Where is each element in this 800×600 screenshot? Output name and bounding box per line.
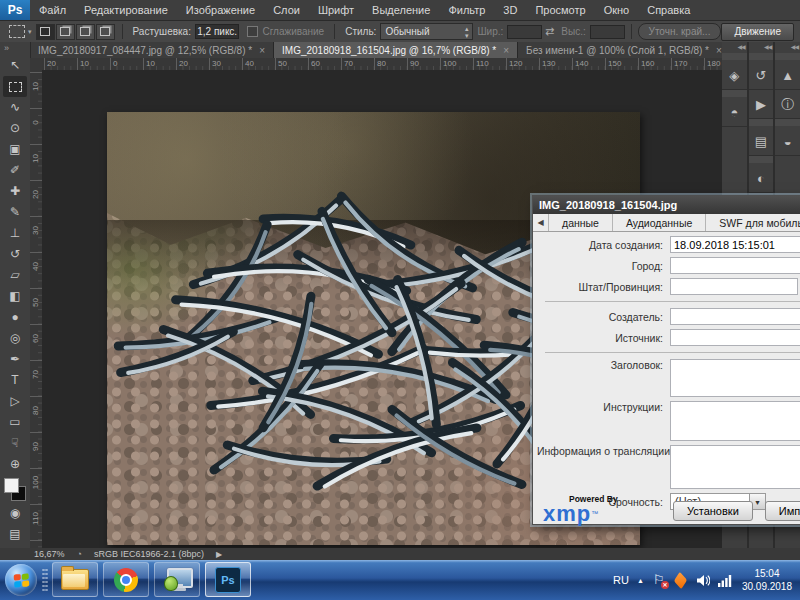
history-brush-tool[interactable]: ↺ [3, 244, 27, 265]
zoom-level[interactable]: 16,67% [34, 549, 65, 559]
dialog-tab-data[interactable]: данные [549, 214, 613, 231]
tab-close-icon[interactable]: × [503, 45, 509, 56]
start-button[interactable] [5, 564, 37, 596]
action-center-flag-icon[interactable]: ⚐ ✕ [652, 573, 666, 587]
quick-selection-tool[interactable]: ⊙ [3, 118, 27, 139]
menu-item-5[interactable]: Шрифт [309, 0, 363, 20]
rectangle-tool[interactable]: ▭ [3, 412, 27, 433]
blur-tool[interactable]: ● [3, 307, 27, 328]
hand-tool[interactable]: ☟ [3, 433, 27, 454]
height-input[interactable] [590, 25, 625, 39]
quick-mask-button[interactable]: ◉ [3, 503, 27, 524]
pen-tool[interactable]: ✒ [3, 349, 27, 370]
dodge-tool[interactable]: ◎ [3, 328, 27, 349]
info-panel-icon[interactable]: ⓘ [775, 90, 800, 119]
dock-collapse-icon[interactable]: ◀◀ [722, 42, 747, 53]
selection-mode-subtract[interactable] [76, 24, 95, 40]
layers-panel-icon[interactable]: ◈ [722, 61, 747, 90]
headline-textarea[interactable] [670, 359, 800, 397]
language-indicator[interactable]: RU [613, 574, 629, 586]
current-tool-icon[interactable] [9, 25, 25, 38]
menu-item-6[interactable]: Выделение [363, 0, 439, 20]
tool-preset-arrow-icon[interactable]: ▾ [28, 28, 32, 36]
brush-tool[interactable]: ✎ [3, 202, 27, 223]
color-panel-icon[interactable]: ◐ [749, 164, 774, 193]
selection-mode-intersect[interactable] [96, 24, 115, 40]
hruler-tick-label: 90 [410, 59, 419, 68]
zoom-tool[interactable]: ⊕ [3, 454, 27, 475]
document-tab-3[interactable]: Без имени-1 @ 100% (Слой 1, RGB/8) *× [518, 42, 731, 58]
swap-width-height-icon[interactable]: ⇄ [545, 25, 554, 38]
menu-item-9[interactable]: Просмотр [526, 0, 594, 20]
gradient-tool[interactable]: ◧ [3, 286, 27, 307]
adjustments-panel-icon[interactable]: ▲ [775, 61, 800, 90]
taskbar-explorer-button[interactable] [52, 562, 98, 597]
crop-tool[interactable]: ▣ [3, 139, 27, 160]
import-button[interactable]: Импортировать... [765, 501, 800, 521]
history-panel-icon[interactable]: ↺ [749, 61, 774, 90]
workspace-button[interactable]: Движение [721, 23, 794, 41]
volume-icon[interactable] [696, 573, 710, 587]
selection-mode-add[interactable] [56, 24, 75, 40]
eyedropper-tool[interactable]: ✐ [3, 160, 27, 181]
antivirus-icon[interactable] [674, 573, 688, 587]
3d-panel-icon[interactable]: ◓ [722, 98, 747, 127]
timeline-panel-icon[interactable]: ▤ [749, 127, 774, 156]
date-created-input[interactable] [670, 236, 800, 253]
actions-panel-icon[interactable]: ▶ [749, 90, 774, 119]
menu-item-10[interactable]: Окно [595, 0, 639, 20]
document-tab-2[interactable]: IMG_20180918_161504.jpg @ 16,7% (RGB/8) … [274, 42, 518, 58]
show-hidden-icons-icon[interactable]: ▲ [637, 577, 644, 584]
settings-button[interactable]: Установки [673, 501, 753, 521]
broadcast-info-textarea[interactable] [670, 445, 800, 489]
dialog-tab-audio[interactable]: Аудиоданные [613, 214, 706, 231]
status-menu-arrow-icon[interactable]: ▶ [216, 550, 222, 559]
selection-mode-new[interactable] [36, 24, 55, 40]
taskbar-chrome-button[interactable] [103, 562, 149, 597]
lasso-tool[interactable]: ∿ [3, 97, 27, 118]
style-select[interactable]: Обычный ▴▾ [380, 23, 473, 40]
masks-panel-icon[interactable]: ◒ [775, 127, 800, 156]
width-input[interactable] [507, 25, 542, 39]
city-input[interactable] [670, 257, 800, 274]
tab-close-icon[interactable]: × [259, 45, 265, 56]
taskbar-photoshop-button[interactable]: Ps [205, 562, 251, 597]
instructions-textarea[interactable] [670, 401, 800, 441]
taskbar-media-viewer-button[interactable] [154, 562, 200, 597]
network-icon[interactable] [718, 573, 732, 587]
creator-input[interactable] [670, 308, 800, 325]
document-tab-1[interactable]: IMG_20180917_084447.jpg @ 12,5% (RGB/8) … [30, 42, 274, 58]
refine-edge-button[interactable]: Уточн. край... [638, 23, 722, 40]
source-label: Источник: [537, 332, 670, 344]
photoshop-logo[interactable]: Ps [0, 0, 30, 20]
height-label: Выс.: [561, 26, 585, 37]
menu-item-2[interactable]: Редактирование [75, 0, 177, 20]
tools-panel-collapse[interactable]: » [0, 42, 30, 55]
healing-brush-tool[interactable]: ✚ [3, 181, 27, 202]
menu-item-1[interactable]: Файл [30, 0, 75, 20]
type-tool[interactable]: T [3, 370, 27, 391]
menu-item-8[interactable]: 3D [494, 0, 526, 20]
tab-scroll-left-icon[interactable]: ◀ [533, 214, 549, 231]
move-tool[interactable]: ↖ [3, 55, 27, 76]
antialias-checkbox[interactable] [247, 26, 258, 37]
dialog-tab-swf[interactable]: SWF для мобильных устройств [706, 214, 800, 231]
rectangular-marquee-tool[interactable] [3, 76, 27, 97]
menu-item-11[interactable]: Справка [638, 0, 699, 20]
clock[interactable]: 15:04 30.09.2018 [742, 567, 792, 593]
dock-collapse-icon[interactable]: ◀◀ [775, 42, 800, 53]
clone-stamp-tool[interactable]: ⊥ [3, 223, 27, 244]
tab-close-icon[interactable]: × [716, 45, 722, 56]
path-selection-tool[interactable]: ▷ [3, 391, 27, 412]
source-input[interactable] [670, 329, 800, 346]
screen-mode-button[interactable]: ▤ [3, 524, 27, 545]
dock-collapse-icon[interactable]: ◀◀ [749, 42, 774, 53]
foreground-color-swatch[interactable] [4, 478, 19, 493]
menu-item-4[interactable]: Слои [264, 0, 309, 20]
eraser-tool[interactable]: ▱ [3, 265, 27, 286]
menu-item-3[interactable]: Изображение [177, 0, 264, 20]
menu-item-7[interactable]: Фильтр [439, 0, 494, 20]
state-input[interactable] [670, 278, 798, 295]
feather-input[interactable]: 1,2 пикс. [195, 24, 239, 39]
dialog-title[interactable]: IMG_20180918_161504.jpg [533, 196, 800, 214]
